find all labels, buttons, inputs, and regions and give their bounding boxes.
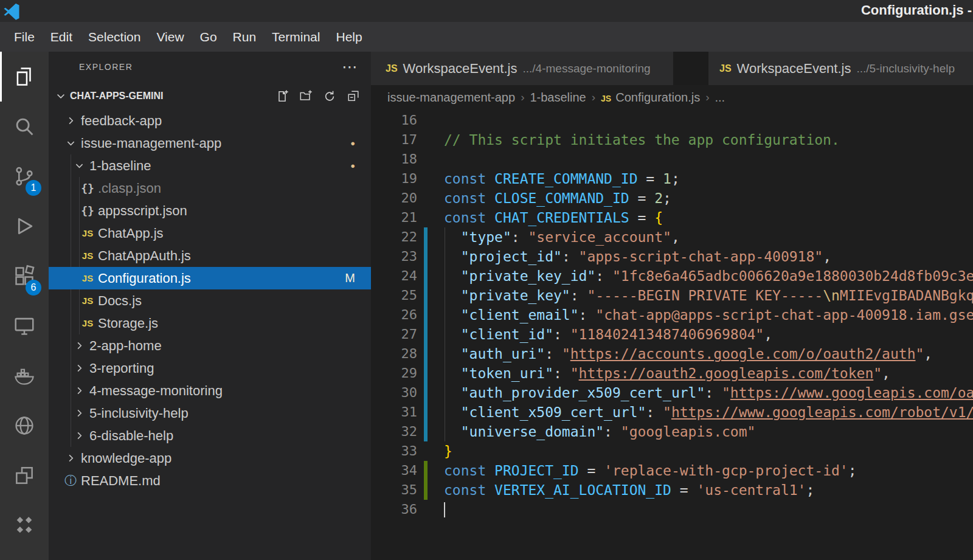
breadcrumb-item[interactable]: 1-baseline — [530, 91, 586, 105]
code-lines: 1617// This script initiates the app con… — [371, 111, 973, 519]
js-file-icon: JS — [80, 318, 95, 328]
menu-item-go[interactable]: Go — [192, 26, 225, 49]
js-file-icon: JS — [80, 296, 95, 306]
tree-item-issue-management-app[interactable]: issue-management-app● — [49, 132, 371, 154]
chevron-down-icon — [72, 160, 86, 171]
breadcrumb-item[interactable]: JSConfiguration.js — [601, 91, 700, 105]
gutter-modified-bar — [424, 247, 428, 266]
tree-item-appsscript-json[interactable]: {}appsscript.json — [49, 199, 371, 222]
gutter-modified-bar — [424, 422, 428, 441]
tree-item--clasp-json[interactable]: {}.clasp.json — [49, 177, 371, 199]
tree-item-5-inclusivity-help[interactable]: 5-inclusivity-help — [49, 402, 371, 424]
tab-filename: WorkspaceEvent.js — [403, 61, 518, 77]
ports-icon[interactable] — [0, 451, 49, 500]
breadcrumb-item[interactable]: issue-management-app — [387, 91, 515, 105]
code-line-24: 24 "private_key_id": "1fc8e6a465adbc0066… — [371, 266, 973, 286]
gutter-modified-bar — [424, 266, 428, 286]
diff-gutter — [417, 325, 444, 344]
code-line-content — [444, 150, 973, 169]
tree-item-4-message-monitoring[interactable]: 4-message-monitoring — [49, 379, 371, 402]
menu-item-file[interactable]: File — [6, 26, 43, 49]
tree-item-storage-js[interactable]: JSStorage.js — [49, 312, 371, 334]
badge-count: 6 — [26, 280, 41, 296]
explorer-icon[interactable] — [0, 52, 49, 102]
code-line-content — [444, 500, 973, 519]
tree-item-readme-md[interactable]: ⓘREADME.md — [49, 469, 371, 492]
line-number: 28 — [371, 344, 417, 364]
json-file-icon: {} — [80, 204, 95, 217]
diff-gutter — [417, 403, 444, 422]
code-line-34: 34const PROJECT_ID = 'replace-with-gcp-p… — [371, 461, 973, 480]
new-file-icon[interactable] — [275, 89, 289, 103]
menu-item-run[interactable]: Run — [225, 26, 265, 49]
breadcrumb: issue-management-app›1-baseline›JSConfig… — [371, 85, 973, 109]
remote-explorer-icon[interactable] — [0, 301, 49, 351]
tree-item-6-disable-help[interactable]: 6-disable-help — [49, 424, 371, 447]
line-number: 16 — [371, 111, 417, 130]
tree-item-chatappauth-js[interactable]: JSChatAppAuth.js — [49, 244, 371, 267]
diff-gutter — [417, 266, 444, 286]
js-file-icon: JS — [601, 91, 615, 104]
breadcrumb-label: ... — [715, 91, 725, 104]
explorer-title: EXPLORER — [79, 62, 342, 72]
js-file-icon: JS — [80, 251, 95, 261]
tree-item-chatapp-js[interactable]: JSChatApp.js — [49, 222, 371, 244]
code-line-35: 35const VERTEX_AI_LOCATION_ID = 'us-cent… — [371, 480, 973, 500]
tab-workspaceevent-js-1[interactable]: JSWorkspaceEvent.js.../4-message-monitor… — [371, 52, 673, 85]
tab-description: .../5-inclusivity-help — [856, 62, 955, 75]
code-line-content: "universe_domain": "googleapis.com" — [444, 422, 973, 441]
source-control-icon[interactable]: 1 — [0, 151, 49, 201]
menu-bar: FileEditSelectionViewGoRunTerminalHelp — [0, 22, 973, 52]
docker-icon[interactable] — [0, 351, 49, 401]
extensions-icon[interactable]: 6 — [0, 251, 49, 301]
tree-item-docs-js[interactable]: JSDocs.js — [49, 289, 371, 312]
new-folder-icon[interactable] — [299, 89, 313, 103]
tree-item-label: ChatApp.js — [98, 226, 164, 241]
tree-item-knowledge-app[interactable]: knowledge-app — [49, 447, 371, 469]
code-line-content — [444, 111, 973, 130]
tree-item-configuration-js[interactable]: JSConfiguration.jsM — [49, 267, 371, 289]
editor-group: JSWorkspaceEvent.js.../4-message-monitor… — [371, 52, 973, 560]
chevron-right-icon — [63, 115, 78, 126]
workspace-section-header[interactable]: CHAT-APPS-GEMINI — [49, 82, 371, 109]
code-line-33: 33} — [371, 441, 973, 461]
more-actions-icon[interactable]: ⋯ — [342, 58, 358, 77]
menu-item-terminal[interactable]: Terminal — [264, 26, 328, 49]
tree-item-2-app-home[interactable]: 2-app-home — [49, 334, 371, 357]
search-icon[interactable] — [0, 102, 49, 151]
tab-bar-spacer — [673, 52, 708, 85]
text-cursor — [444, 502, 445, 517]
code-assist-icon[interactable] — [0, 500, 49, 550]
breadcrumb-item[interactable]: ... — [715, 91, 725, 105]
menu-item-view[interactable]: View — [148, 26, 192, 49]
chevron-right-icon — [72, 340, 86, 351]
code-line-content: const PROJECT_ID = 'replace-with-gcp-pro… — [444, 461, 973, 480]
tree-item-1-baseline[interactable]: 1-baseline● — [49, 154, 371, 177]
code-line-29: 29 "token_uri": "https://oauth2.googleap… — [371, 364, 973, 383]
code-editor[interactable]: 1617// This script initiates the app con… — [371, 109, 973, 560]
run-debug-icon[interactable] — [0, 201, 49, 251]
menu-item-help[interactable]: Help — [328, 26, 370, 49]
diff-gutter — [417, 364, 444, 383]
tree-item-feedback-app[interactable]: feedback-app — [49, 109, 371, 132]
collapse-all-icon[interactable] — [347, 89, 360, 103]
breadcrumb-label: Configuration.js — [615, 91, 700, 104]
menu-item-edit[interactable]: Edit — [43, 26, 80, 49]
tree-item-label: Storage.js — [98, 316, 158, 331]
line-number: 22 — [371, 227, 417, 247]
vscode-window: Configuration.js - FileEditSelectionView… — [0, 0, 973, 560]
tab-workspaceevent-js-2[interactable]: JSWorkspaceEvent.js.../5-inclusivity-hel… — [708, 52, 973, 85]
refresh-icon[interactable] — [323, 89, 336, 103]
activity-bar: 16 — [0, 52, 49, 560]
diff-gutter — [417, 111, 444, 130]
breadcrumb-separator-icon: › — [515, 91, 530, 104]
modified-dot-badge: ● — [350, 139, 355, 148]
code-line-content: const VERTEX_AI_LOCATION_ID = 'us-centra… — [444, 480, 973, 500]
diff-gutter — [417, 383, 444, 403]
tree-item-3-reporting[interactable]: 3-reporting — [49, 357, 371, 379]
js-file-icon: JS — [80, 228, 95, 238]
js-file-icon: JS — [80, 273, 95, 283]
web-icon[interactable] — [0, 401, 49, 451]
menu-item-selection[interactable]: Selection — [80, 26, 148, 49]
code-line-19: 19const CREATE_COMMAND_ID = 1; — [371, 169, 973, 188]
